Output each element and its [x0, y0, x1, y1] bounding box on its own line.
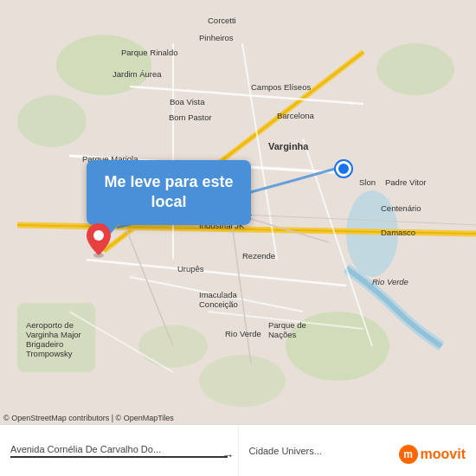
- svg-rect-5: [17, 303, 95, 372]
- moovit-icon: m: [399, 445, 418, 464]
- map-attribution: © OpenStreetMap contributors | © OpenMap…: [3, 414, 174, 422]
- arrow-container: [10, 456, 228, 458]
- bottom-bar: Avenida Cornélia De Carvalho Do... Cidad…: [0, 424, 476, 476]
- svg-point-2: [17, 95, 87, 147]
- origin-section[interactable]: Avenida Cornélia De Carvalho Do...: [0, 425, 239, 476]
- moovit-logo: m moovit: [399, 445, 466, 464]
- svg-point-6: [199, 355, 286, 407]
- moovit-brand-text: moovit: [421, 447, 466, 462]
- svg-point-10: [93, 230, 104, 241]
- map-container: CorcettiPinheirosParque RinaldoJardim Áu…: [0, 0, 476, 424]
- origin-label: Avenida Cornélia De Carvalho Do...: [10, 444, 228, 454]
- tooltip-bubble[interactable]: Me leve para este local: [87, 160, 251, 225]
- blue-location-dot: [336, 161, 351, 177]
- red-marker: [87, 223, 111, 254]
- arrow-line: [10, 456, 228, 458]
- tooltip-text: Me leve para este local: [104, 173, 233, 210]
- moovit-icon-text: m: [403, 448, 413, 460]
- svg-point-3: [376, 43, 454, 95]
